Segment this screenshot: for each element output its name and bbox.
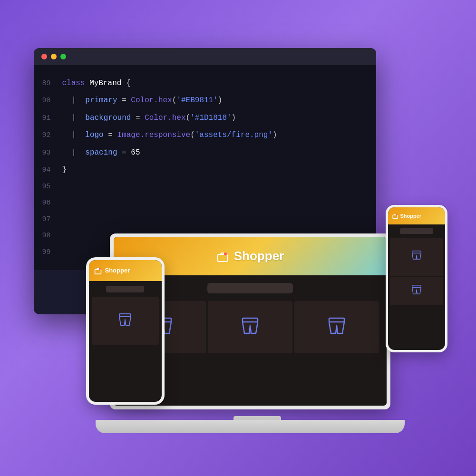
- svg-point-9: [396, 214, 397, 215]
- phone-right-app-title: Shopper: [400, 213, 422, 219]
- code-line-97: 97: [34, 212, 376, 228]
- laptop-search-bar: [207, 283, 293, 293]
- phone-right-app-header: Shopper: [388, 207, 445, 224]
- laptop-base: [96, 420, 405, 433]
- line-number: 95: [34, 182, 62, 193]
- svg-point-6: [98, 268, 100, 270]
- laptop-app-title: Shopper: [234, 249, 284, 263]
- pants-icon: [325, 314, 348, 340]
- phone-left-screen: Shopper: [89, 260, 162, 402]
- line-number: 91: [34, 113, 62, 124]
- phone-left-app-title: Shopper: [105, 267, 130, 274]
- svg-rect-5: [95, 269, 101, 274]
- shopping-bag-icon-xs: [392, 213, 398, 219]
- scene: 89 class MyBrand { 90 | primary = Color.…: [24, 34, 452, 443]
- product-cell: [390, 238, 443, 276]
- svg-point-1: [224, 253, 227, 255]
- svg-rect-10: [412, 251, 421, 253]
- code-line-94: 94 }: [34, 161, 376, 179]
- pants-icon-xs: [410, 283, 423, 299]
- maximize-button-dot: [60, 54, 66, 59]
- phone-left-device: Shopper: [86, 257, 165, 405]
- phone-right-screen: Shopper: [388, 207, 445, 350]
- phone-left-search-bar: [106, 286, 144, 292]
- pants-icon: [239, 314, 262, 340]
- code-line-95: 95: [34, 179, 376, 195]
- phone-right-search-bar: [400, 228, 433, 234]
- line-number: 89: [34, 78, 62, 89]
- line-number: 90: [34, 96, 62, 107]
- line-number: 92: [34, 130, 62, 141]
- shopping-bag-icon: [216, 250, 229, 263]
- pants-icon-sm: [117, 311, 134, 330]
- product-cell: [208, 301, 292, 353]
- svg-rect-0: [218, 254, 227, 262]
- product-cell: [390, 277, 443, 305]
- product-cell: [294, 301, 379, 353]
- svg-rect-8: [393, 215, 398, 219]
- line-number: 99: [34, 247, 62, 258]
- line-number: 98: [34, 231, 62, 242]
- code-line-93: 93 | spacing = 65: [34, 144, 376, 162]
- svg-rect-4: [329, 318, 344, 322]
- svg-rect-7: [119, 314, 131, 317]
- minimize-button-dot: [51, 54, 57, 59]
- code-line-96: 96: [34, 195, 376, 212]
- svg-rect-3: [243, 318, 258, 322]
- code-line-90: 90 | primary = Color.hex('#EB9811'): [34, 92, 376, 109]
- close-button-dot: [41, 54, 47, 59]
- code-line-91: 91 | background = Color.hex('#1D1818'): [34, 109, 376, 127]
- editor-titlebar: [34, 48, 376, 65]
- laptop-notch: [233, 416, 281, 420]
- line-number: 94: [34, 165, 62, 176]
- line-number: 93: [34, 148, 62, 159]
- phone-right-product-grid: [388, 238, 445, 305]
- phone-right-device: Shopper: [386, 205, 447, 352]
- phone-left-app-header: Shopper: [89, 260, 162, 281]
- line-number: 97: [34, 214, 62, 225]
- line-number: 96: [34, 198, 62, 209]
- code-line-89: 89 class MyBrand {: [34, 75, 376, 92]
- svg-rect-11: [412, 285, 421, 288]
- product-cell: [92, 297, 159, 345]
- shopping-bag-icon-sm: [94, 266, 102, 275]
- pants-icon-xs: [410, 249, 423, 264]
- code-line-92: 92 | logo = Image.responsive('assets/fir…: [34, 126, 376, 144]
- phone-left-product-grid: [89, 297, 162, 345]
